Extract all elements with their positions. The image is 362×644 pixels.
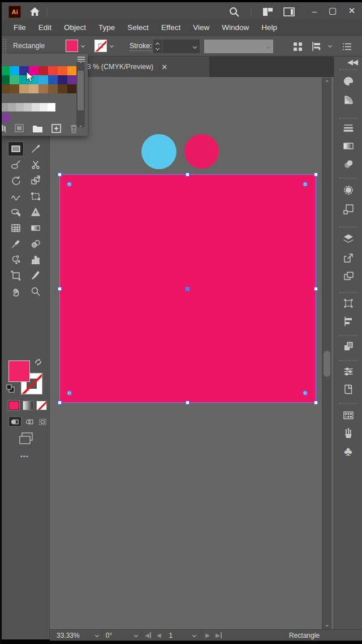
swatch-scrollbar-thumb[interactable] bbox=[77, 71, 84, 110]
scrollbar-thumb[interactable] bbox=[324, 351, 330, 377]
menu-select[interactable]: Select bbox=[121, 23, 155, 32]
zoom-chevron-icon[interactable] bbox=[95, 633, 99, 637]
color-swatch[interactable] bbox=[24, 103, 32, 111]
scissors-tool-icon[interactable] bbox=[28, 157, 44, 172]
swatch-libraries-icon[interactable] bbox=[1, 124, 7, 133]
draw-inside-mode-button[interactable] bbox=[36, 417, 49, 427]
transform-panel-icon[interactable] bbox=[342, 297, 355, 310]
color-panel-icon[interactable] bbox=[342, 75, 355, 88]
swap-fill-stroke-icon[interactable] bbox=[34, 358, 43, 368]
gradient-tool-icon[interactable] bbox=[28, 221, 44, 235]
color-swatch[interactable] bbox=[48, 84, 58, 93]
workspace-switcher-icon[interactable] bbox=[282, 6, 296, 18]
swatch-panel-scrollbar[interactable]: ⌃ ⌄ bbox=[76, 62, 85, 127]
color-swatch[interactable] bbox=[48, 103, 55, 111]
corner-radius-widget-nw[interactable] bbox=[67, 182, 72, 187]
search-icon[interactable] bbox=[227, 5, 242, 19]
color-swatch[interactable] bbox=[48, 66, 58, 75]
delete-swatch-icon[interactable] bbox=[70, 124, 78, 134]
corner-radius-widget-sw[interactable] bbox=[67, 390, 72, 396]
color-swatch[interactable] bbox=[67, 75, 77, 84]
scroll-down-icon[interactable]: ⌄ bbox=[322, 621, 331, 628]
artboards-panel-icon[interactable] bbox=[342, 203, 355, 216]
brushes-panel-icon[interactable] bbox=[342, 427, 355, 440]
color-swatch[interactable] bbox=[38, 66, 48, 75]
tab-close-icon[interactable]: ✕ bbox=[161, 63, 167, 71]
edit-toolbar-ellipsis[interactable]: ••• bbox=[20, 453, 29, 460]
swatch-kinds-icon[interactable] bbox=[15, 124, 24, 133]
canvas-area[interactable]: 1* @ 33.33 % (CMYK/Preview) ✕ ⌃ ⌄ bbox=[50, 57, 334, 629]
align-chevron-icon[interactable] bbox=[328, 44, 332, 48]
artboard-last-icon[interactable]: ▶ bbox=[216, 632, 222, 638]
color-swatch[interactable] bbox=[10, 66, 19, 75]
selection-handle-sw[interactable] bbox=[58, 401, 62, 405]
zoom-level-value[interactable]: 33.33% bbox=[57, 632, 80, 639]
default-fill-stroke-icon[interactable] bbox=[6, 384, 15, 396]
selection-handle-ne[interactable] bbox=[314, 173, 318, 177]
app-logo-icon[interactable]: Ai bbox=[8, 6, 21, 18]
selection-handle-s[interactable] bbox=[186, 401, 189, 405]
selection-handle-e[interactable] bbox=[314, 287, 318, 291]
color-swatch[interactable] bbox=[67, 84, 77, 93]
close-button[interactable]: ✕ bbox=[344, 5, 359, 17]
new-swatch-icon[interactable] bbox=[51, 124, 62, 134]
align-options-icon[interactable] bbox=[310, 41, 324, 52]
color-swatch[interactable] bbox=[10, 75, 19, 84]
appearance-panel-icon[interactable] bbox=[342, 183, 355, 197]
selection-handle-se[interactable] bbox=[314, 401, 318, 405]
minimize-button[interactable]: – bbox=[307, 5, 322, 17]
knife-tool-icon[interactable] bbox=[28, 268, 44, 283]
rotate-tool-icon[interactable] bbox=[8, 173, 24, 188]
color-swatch[interactable] bbox=[58, 75, 67, 84]
none-button[interactable] bbox=[36, 401, 47, 410]
color-swatch[interactable] bbox=[38, 84, 48, 93]
color-swatch[interactable] bbox=[40, 103, 48, 111]
fill-dropdown-chevron-icon[interactable] bbox=[81, 44, 85, 48]
libraries-panel-icon[interactable] bbox=[342, 383, 355, 396]
artboard-first-icon[interactable]: ◀ bbox=[145, 632, 151, 638]
paintbrush-tool-icon[interactable] bbox=[28, 141, 44, 156]
rotation-chevron-icon[interactable] bbox=[134, 633, 138, 637]
color-guide-panel-icon[interactable] bbox=[342, 93, 355, 106]
document-setup-grid-icon[interactable] bbox=[291, 41, 304, 52]
artboard-next-icon[interactable]: ▶ bbox=[205, 632, 210, 638]
artboard-chevron-icon[interactable] bbox=[192, 633, 196, 637]
stroke-color-swatch[interactable] bbox=[94, 40, 107, 52]
hand-tool-icon[interactable] bbox=[8, 284, 24, 299]
menu-effect[interactable]: Effect bbox=[155, 23, 187, 32]
rotation-value[interactable]: 0° bbox=[106, 632, 112, 639]
export-panel-icon[interactable] bbox=[342, 251, 355, 265]
color-swatch[interactable] bbox=[58, 66, 67, 75]
corner-radius-widget-ne[interactable] bbox=[303, 182, 308, 187]
home-icon[interactable] bbox=[28, 5, 41, 18]
color-button[interactable] bbox=[8, 401, 19, 410]
new-color-group-icon[interactable] bbox=[32, 124, 44, 133]
color-swatch[interactable] bbox=[48, 75, 58, 84]
menu-view[interactable]: View bbox=[187, 23, 216, 32]
vertical-scrollbar[interactable]: ⌃ ⌄ bbox=[322, 78, 331, 629]
column-graph-tool-icon[interactable] bbox=[28, 252, 44, 267]
menu-help[interactable]: Help bbox=[255, 23, 283, 32]
variable-width-profile-select[interactable] bbox=[204, 40, 273, 53]
menu-type[interactable]: Type bbox=[92, 23, 121, 32]
free-transform-tool-icon[interactable] bbox=[28, 173, 44, 188]
draw-normal-mode-button[interactable] bbox=[8, 417, 21, 427]
color-swatch[interactable] bbox=[58, 84, 67, 93]
shape-builder-tool-icon[interactable] bbox=[8, 205, 24, 220]
transparency-panel-icon[interactable] bbox=[342, 157, 355, 171]
fill-proxy-swatch[interactable] bbox=[8, 360, 30, 382]
mesh-tool-icon[interactable] bbox=[8, 221, 24, 235]
perspective-grid-tool-icon[interactable] bbox=[28, 205, 44, 220]
align-panel-icon[interactable] bbox=[342, 315, 355, 328]
gradient-panel-icon[interactable] bbox=[342, 139, 355, 153]
artboard-number[interactable]: 1 bbox=[169, 632, 173, 639]
rectangle-tool-icon[interactable] bbox=[8, 141, 24, 156]
menu-edit[interactable]: Edit bbox=[32, 23, 58, 32]
artwork-circle-pink[interactable] bbox=[184, 134, 219, 169]
arrange-documents-icon[interactable] bbox=[261, 6, 274, 18]
pathfinder-panel-icon[interactable] bbox=[342, 340, 355, 353]
menu-object[interactable]: Object bbox=[58, 23, 92, 32]
scroll-up-icon[interactable]: ⌃ bbox=[322, 79, 331, 87]
selection-handle-n[interactable] bbox=[186, 173, 189, 177]
color-swatch[interactable] bbox=[16, 103, 24, 111]
